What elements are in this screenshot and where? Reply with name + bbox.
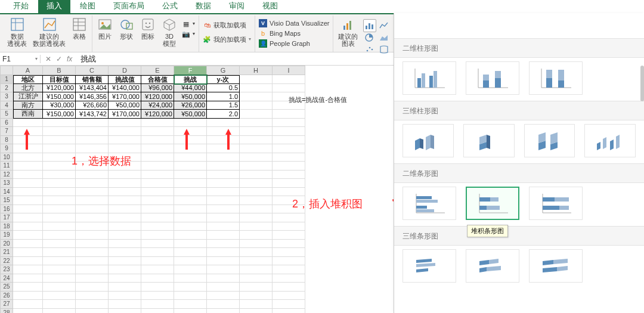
tab-data[interactable]: 数据 <box>187 0 219 13</box>
cell[interactable] <box>273 205 305 214</box>
row-header[interactable]: 24 <box>0 274 13 283</box>
cell[interactable] <box>273 248 305 257</box>
cell[interactable]: ¥26,000 <box>174 101 207 110</box>
row-header[interactable]: 22 <box>0 257 13 266</box>
tab-draw[interactable]: 绘图 <box>72 0 104 13</box>
cell[interactable] <box>43 119 76 128</box>
cell[interactable] <box>109 179 141 188</box>
cell[interactable] <box>76 144 109 153</box>
visio-addin[interactable]: V Visio Data Visualizer <box>259 18 329 28</box>
cell[interactable] <box>240 222 273 231</box>
cell[interactable] <box>13 274 43 283</box>
row-header[interactable]: 2 <box>0 84 13 93</box>
cell[interactable] <box>174 300 207 309</box>
cell[interactable] <box>174 144 207 153</box>
row-header[interactable]: 28 <box>0 309 13 314</box>
cell[interactable] <box>174 127 207 136</box>
cell[interactable]: 南方 <box>13 101 43 110</box>
cell[interactable] <box>141 265 174 274</box>
cell[interactable] <box>13 127 43 136</box>
cell[interactable] <box>76 196 109 205</box>
cell[interactable] <box>207 171 240 179</box>
cell[interactable] <box>109 213 141 222</box>
cell[interactable]: ¥170,000 <box>109 110 141 119</box>
screenshot-button[interactable]: 📷▾ <box>182 29 195 39</box>
column-header[interactable]: C <box>76 66 109 75</box>
cell[interactable] <box>109 162 141 171</box>
cell[interactable] <box>13 222 43 231</box>
cell[interactable] <box>240 213 273 222</box>
cell[interactable] <box>207 300 240 309</box>
cell[interactable] <box>76 231 109 240</box>
cell[interactable] <box>109 248 141 257</box>
cell[interactable] <box>76 213 109 222</box>
cell[interactable] <box>109 205 141 214</box>
tab-formulas[interactable]: 公式 <box>154 0 186 13</box>
cell[interactable] <box>174 205 207 214</box>
cell[interactable]: ¥96,000 <box>141 84 174 93</box>
cell[interactable] <box>240 75 273 84</box>
tab-insert[interactable]: 插入 <box>38 0 70 13</box>
cell[interactable] <box>240 205 273 214</box>
cell[interactable] <box>76 119 109 128</box>
cell[interactable]: 挑战 <box>174 75 207 84</box>
cell[interactable] <box>207 127 240 136</box>
row-header[interactable]: 5 <box>0 110 13 119</box>
cell[interactable]: ¥143,404 <box>76 84 109 93</box>
cell[interactable] <box>13 188 43 197</box>
cell[interactable] <box>13 213 43 222</box>
cell[interactable] <box>43 231 76 240</box>
cell[interactable] <box>273 274 305 283</box>
chart-clustered-column[interactable] <box>402 61 456 95</box>
cell[interactable] <box>13 144 43 153</box>
cell[interactable] <box>13 265 43 274</box>
cell[interactable] <box>174 222 207 231</box>
cell[interactable] <box>43 240 76 249</box>
cell[interactable] <box>240 153 273 162</box>
cell[interactable] <box>43 179 76 188</box>
chart-stacked-column[interactable] <box>466 61 519 95</box>
cell[interactable] <box>273 309 305 314</box>
cell[interactable]: ¥146,356 <box>76 92 109 101</box>
cell[interactable] <box>240 110 273 119</box>
chart-3d-100-stacked-bar[interactable] <box>529 249 583 283</box>
cell[interactable] <box>109 188 141 197</box>
cell[interactable] <box>141 283 174 292</box>
cell[interactable] <box>76 127 109 136</box>
column-header[interactable]: I <box>273 66 305 75</box>
cell[interactable] <box>76 274 109 283</box>
cell[interactable] <box>43 144 76 153</box>
cell[interactable] <box>13 257 43 266</box>
row-header[interactable]: 8 <box>0 136 13 145</box>
cell[interactable] <box>43 188 76 197</box>
cell[interactable]: ¥120,000 <box>43 84 76 93</box>
cell[interactable] <box>240 196 273 205</box>
cell[interactable] <box>240 283 273 292</box>
cell[interactable]: y-次 <box>207 75 240 84</box>
row-header[interactable]: 20 <box>0 240 13 249</box>
cell[interactable] <box>141 188 174 197</box>
cell[interactable] <box>13 309 43 314</box>
cancel-formula-icon[interactable]: ✕ <box>45 55 51 63</box>
cell[interactable] <box>43 205 76 214</box>
tab-page-layout[interactable]: 页面布局 <box>105 0 153 13</box>
cell[interactable] <box>273 119 305 128</box>
cell[interactable] <box>141 162 174 171</box>
cell[interactable] <box>13 136 43 145</box>
cell[interactable] <box>109 144 141 153</box>
cell[interactable]: ¥120,000 <box>141 110 174 119</box>
column-header[interactable]: D <box>109 66 141 75</box>
cell[interactable] <box>76 162 109 171</box>
cell[interactable] <box>174 248 207 257</box>
cell[interactable]: ¥50,000 <box>109 101 141 110</box>
cell[interactable] <box>141 248 174 257</box>
chart-3d-clustered-bar[interactable] <box>402 249 456 283</box>
cell[interactable]: ¥170,000 <box>109 92 141 101</box>
cell[interactable] <box>141 231 174 240</box>
cell[interactable] <box>207 231 240 240</box>
cell[interactable] <box>43 300 76 309</box>
cell[interactable] <box>273 188 305 197</box>
get-addins-button[interactable]: 🛍 获取加载项 <box>203 20 251 30</box>
cell[interactable] <box>207 162 240 171</box>
cell[interactable] <box>174 171 207 179</box>
